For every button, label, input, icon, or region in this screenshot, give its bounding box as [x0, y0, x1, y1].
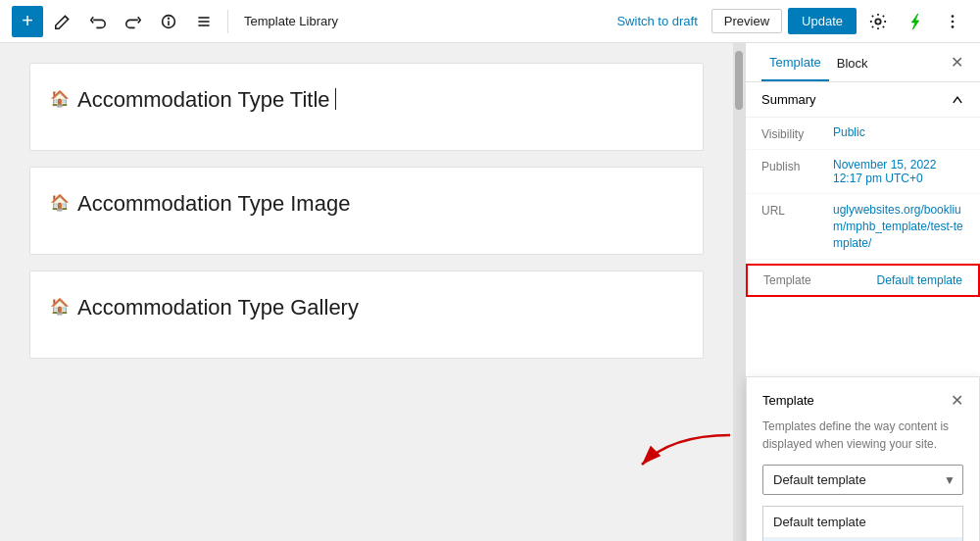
block-title-content: Accommodation Type Title	[77, 87, 336, 113]
summary-section: Summary Visibility Public Publish Novemb…	[746, 82, 980, 297]
add-block-button[interactable]: +	[12, 6, 43, 37]
url-row: URL uglywebsites.org/booklium/mphb_templ…	[746, 194, 980, 260]
template-panel-close-button[interactable]: ✕	[951, 391, 963, 410]
publish-label: Publish	[761, 158, 825, 173]
block-house-icon-1: 🏠	[50, 89, 70, 108]
svg-point-8	[952, 15, 955, 18]
template-panel-title: Template	[762, 393, 814, 408]
visibility-label: Visibility	[761, 125, 825, 141]
info-icon	[161, 14, 176, 29]
list-view-button[interactable]	[188, 6, 220, 37]
block-title-text: Accommodation Type Title	[77, 87, 330, 112]
settings-button[interactable]	[862, 6, 894, 37]
sidebar: Template Block ✕ Summary Visibility Publ…	[745, 43, 980, 541]
toolbar-title: Template Library	[244, 14, 338, 28]
template-row[interactable]: Template Default template	[746, 264, 980, 297]
redo-icon	[125, 14, 141, 29]
main-area: 🏠 Accommodation Type Title 🏠 Accommodati…	[0, 43, 980, 541]
svg-point-10	[952, 25, 955, 28]
url-label: URL	[761, 202, 825, 218]
publish-value[interactable]: November 15, 202212:17 pm UTC+0	[833, 158, 936, 185]
preview-button[interactable]: Preview	[711, 9, 782, 33]
svg-point-6	[875, 19, 880, 24]
text-cursor	[335, 88, 336, 110]
tab-block[interactable]: Block	[829, 43, 876, 81]
toolbar-right: Switch to draft Preview Update	[609, 6, 968, 37]
toolbar-left: +	[12, 6, 603, 37]
block-image-text: Accommodation Type Image	[77, 191, 350, 217]
gear-icon	[869, 13, 887, 30]
scroll-thumb[interactable]	[735, 51, 743, 110]
svg-point-2	[169, 18, 170, 19]
sidebar-tabs: Template Block ✕	[746, 43, 980, 82]
block-gallery[interactable]: 🏠 Accommodation Type Gallery	[29, 270, 704, 359]
template-select[interactable]: Default template Hotel Booking Full Widt…	[762, 465, 963, 495]
template-panel-description: Templates define the way content is disp…	[762, 418, 963, 453]
list-icon	[196, 14, 212, 29]
url-value[interactable]: uglywebsites.org/booklium/mphb_template/…	[833, 202, 964, 251]
template-panel: Template ✕ Templates define the way cont…	[746, 376, 980, 541]
template-row-label: Template	[763, 273, 811, 287]
redo-button[interactable]	[118, 6, 149, 37]
summary-header[interactable]: Summary	[746, 82, 980, 118]
summary-label: Summary	[761, 92, 816, 107]
template-row-value: Default template	[877, 273, 962, 287]
pencil-icon	[55, 14, 71, 29]
publish-row: Publish November 15, 202212:17 pm UTC+0	[746, 150, 980, 194]
block-house-icon-3: 🏠	[50, 297, 70, 316]
svg-marker-7	[911, 13, 918, 28]
edit-icon-button[interactable]	[47, 6, 78, 37]
update-button[interactable]: Update	[788, 8, 857, 34]
block-house-icon-2: 🏠	[50, 193, 70, 212]
tab-template[interactable]: Template	[761, 43, 829, 81]
undo-icon	[90, 14, 106, 29]
svg-point-9	[952, 20, 955, 23]
option-default-template[interactable]: Default template	[763, 507, 962, 538]
toolbar-separator	[227, 10, 228, 33]
visibility-value[interactable]: Public	[833, 125, 865, 139]
editor-area[interactable]: 🏠 Accommodation Type Title 🏠 Accommodati…	[0, 43, 733, 541]
lightning-button[interactable]	[900, 6, 931, 37]
template-dropdown-options: Default template Hotel Booking Full Widt…	[762, 506, 963, 541]
template-panel-header: Template ✕	[762, 391, 963, 410]
ellipsis-icon	[944, 13, 961, 30]
more-options-button[interactable]	[937, 6, 968, 37]
block-image[interactable]: 🏠 Accommodation Type Image	[29, 167, 704, 255]
switch-to-draft-button[interactable]: Switch to draft	[609, 10, 705, 32]
visibility-row: Visibility Public	[746, 118, 980, 150]
info-button[interactable]	[153, 6, 184, 37]
toolbar: +	[0, 0, 980, 43]
lightning-icon	[906, 13, 924, 30]
block-gallery-text: Accommodation Type Gallery	[77, 295, 359, 320]
scrollbar[interactable]	[733, 43, 745, 541]
chevron-up-icon	[951, 93, 964, 107]
block-title[interactable]: 🏠 Accommodation Type Title	[29, 63, 704, 151]
undo-button[interactable]	[82, 6, 114, 37]
sidebar-close-button[interactable]: ✕	[943, 49, 970, 76]
template-select-wrapper: Default template Hotel Booking Full Widt…	[762, 465, 963, 495]
